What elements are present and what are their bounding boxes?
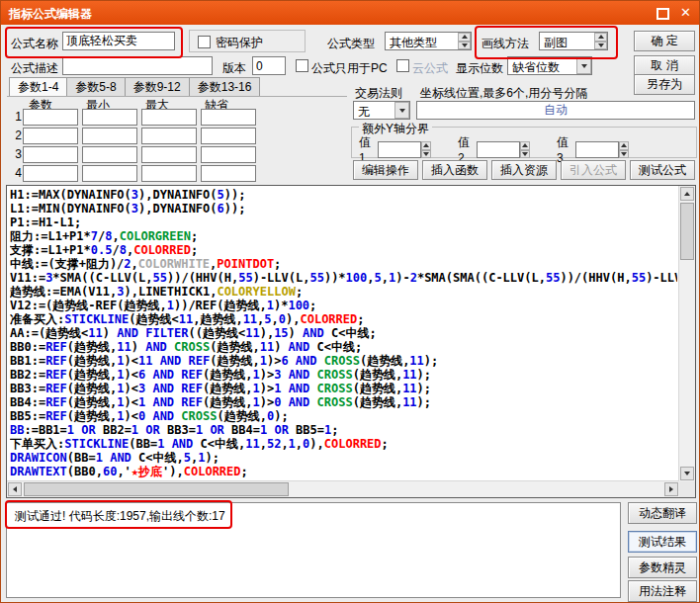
title-bar: 指标公式编辑器 ✕ <box>1 1 699 25</box>
version-input[interactable] <box>252 56 286 75</box>
yaxis-value-input-2[interactable] <box>477 141 520 158</box>
test-result-text: 测试通过! 代码长度:1957,输出线个数:17 <box>15 508 225 525</box>
formula-name-input[interactable] <box>62 32 175 50</box>
param-input-r4c4[interactable] <box>201 165 256 182</box>
action-button-4: 引入公式 <box>561 160 626 180</box>
tab-params-3[interactable]: 参数9-12 <box>125 77 190 97</box>
coord-position-input[interactable] <box>416 101 695 120</box>
side-button-3[interactable]: 参数精灵 <box>628 557 697 578</box>
action-button-5[interactable]: 测试公式 <box>630 160 695 180</box>
formula-desc-input[interactable] <box>62 56 213 75</box>
scrollbar-corner <box>679 481 695 497</box>
code-line: V11:=3*SMA((C-LLV(L,55))/(HHV(H,55)-LLV(… <box>10 271 677 285</box>
draw-method-select[interactable]: 副图 <box>539 32 608 50</box>
param-input-r1c2[interactable] <box>82 109 137 126</box>
code-line: BB5:=REF(趋势线,1)<0 AND CROSS(趋势线,0); <box>10 409 677 423</box>
side-button-1[interactable]: 动态翻译 <box>628 502 697 524</box>
code-line: 阻力:=L1+P1*7/8,COLORGREEN; <box>10 229 677 243</box>
formula-type-label: 公式类型 <box>327 36 375 52</box>
password-checkbox[interactable] <box>198 36 211 48</box>
vertical-scroll-thumb[interactable] <box>680 203 694 260</box>
ok-button[interactable]: 确 定 <box>634 31 695 51</box>
param-input-r4c1[interactable] <box>23 165 78 182</box>
digits-select[interactable]: 缺省位数 <box>507 56 592 75</box>
code-line: P1:=H1-L1; <box>10 215 677 229</box>
param-input-r3c1[interactable] <box>23 146 78 163</box>
side-button-2[interactable]: 测试结果 <box>628 531 697 553</box>
formula-editor-window: 指标公式编辑器 ✕ 公式名称 密码保护 公式类型 其他类型 画线方法 副图 确 … <box>0 0 700 603</box>
action-button-1[interactable]: 编辑操作 <box>353 160 418 180</box>
code-line: BB4:=REF(趋势线,1)<1 AND REF(趋势线,1)>0 AND C… <box>10 395 677 409</box>
trade-rule-select[interactable]: 无 <box>353 101 410 120</box>
code-line: BB:=BB1=1 OR BB2=1 OR BB3=1 OR BB4=1 OR … <box>10 423 677 437</box>
action-button-3[interactable]: 插入资源 <box>491 160 557 180</box>
param-input-r1c1[interactable] <box>23 109 78 126</box>
tab-params-2[interactable]: 参数5-8 <box>66 77 125 97</box>
password-groupframe: 密码保护 <box>189 30 306 52</box>
code-editor[interactable]: H1:=MAX(DYNAINFO(3),DYNAINFO(5));L1:=MIN… <box>6 185 696 498</box>
maximize-icon[interactable] <box>656 8 669 20</box>
param-input-r2c2[interactable] <box>82 128 137 144</box>
scroll-up-icon[interactable] <box>680 187 694 201</box>
param-row-number: 1 <box>12 110 22 124</box>
side-button-4[interactable]: 用法注释 <box>628 580 697 602</box>
code-content[interactable]: H1:=MAX(DYNAINFO(3),DYNAINFO(5));L1:=MIN… <box>10 188 677 479</box>
param-input-r1c3[interactable] <box>141 109 197 126</box>
action-button-2[interactable]: 插入函数 <box>422 160 487 180</box>
horizontal-scrollbar[interactable] <box>7 480 679 497</box>
param-input-r3c4[interactable] <box>201 146 256 163</box>
chevron-down-icon[interactable] <box>576 57 591 74</box>
spinner-arrows-icon[interactable] <box>619 141 629 158</box>
cancel-button[interactable]: 取 消 <box>634 55 695 76</box>
param-input-r3c3[interactable] <box>141 146 197 163</box>
code-line: BB3:=REF(趋势线,1)<3 AND REF(趋势线,1)>1 AND C… <box>10 382 677 395</box>
formula-name-label: 公式名称 <box>11 36 58 52</box>
version-label: 版本 <box>222 60 246 77</box>
spinner-arrows-icon[interactable] <box>594 33 607 49</box>
tab-params-1[interactable]: 参数1-4 <box>9 77 67 97</box>
scroll-left-icon[interactable] <box>8 482 22 496</box>
formula-type-select[interactable]: 其他类型 <box>385 32 472 50</box>
code-line: 中线:=(支撑+阻力)/2,COLORWHITE,POINTDOT; <box>10 257 677 271</box>
formula-desc-label: 公式描述 <box>11 60 58 77</box>
spinner-arrows-icon[interactable] <box>458 33 471 49</box>
status-panel: 测试通过! 代码长度:1957,输出线个数:17 <box>6 502 621 598</box>
param-input-r1c4[interactable] <box>201 109 256 126</box>
save-as-button[interactable]: 另存为 <box>634 74 695 95</box>
param-input-r4c3[interactable] <box>141 165 197 182</box>
code-line: 下单买入:STICKLINE(BB=1 AND C<中线,11,52,1,0),… <box>10 437 677 451</box>
code-line: 准备买入:STICKLINE(趋势线<11,趋势线,11,5,0),COLORR… <box>10 312 677 326</box>
pc-only-label: 公式只用于PC <box>311 60 388 77</box>
scroll-down-icon[interactable] <box>680 467 694 480</box>
formula-type-value: 其他类型 <box>390 35 437 51</box>
vertical-scrollbar[interactable] <box>678 186 695 481</box>
param-input-r2c1[interactable] <box>23 128 78 144</box>
param-input-r2c4[interactable] <box>201 128 256 144</box>
horizontal-scroll-thumb[interactable] <box>24 482 289 496</box>
spinner-arrows-icon[interactable] <box>520 141 530 158</box>
yaxis-value-input-3[interactable] <box>575 141 619 158</box>
trade-rule-value: 无 <box>358 104 370 121</box>
param-input-r4c2[interactable] <box>82 165 137 182</box>
close-icon[interactable]: ✕ <box>680 5 691 20</box>
spinner-arrows-icon[interactable] <box>421 141 431 158</box>
digits-label: 显示位数 <box>456 60 503 77</box>
param-input-r2c3[interactable] <box>141 128 197 144</box>
coord-position-label: 坐标线位置,最多6个,用分号分隔 <box>420 85 587 102</box>
code-line: BB1:=REF(趋势线,1)<11 AND REF(趋势线,1)>6 AND … <box>10 354 677 368</box>
code-line: BB2:=REF(趋势线,1)<6 AND REF(趋势线,1)>3 AND C… <box>10 368 677 382</box>
tab-params-4[interactable]: 参数13-16 <box>189 77 261 97</box>
scroll-right-icon[interactable] <box>664 482 678 496</box>
code-line: H1:=MAX(DYNAINFO(3),DYNAINFO(5)); <box>10 188 677 202</box>
trade-rule-label: 交易法则 <box>355 85 402 102</box>
cloud-formula-checkbox[interactable] <box>396 59 409 72</box>
chevron-down-icon[interactable] <box>394 102 409 119</box>
yaxis-value-input-1[interactable] <box>378 141 421 158</box>
tab-underline <box>7 96 347 97</box>
pc-only-checkbox[interactable] <box>296 59 308 72</box>
code-line: V12:=(趋势线-REF(趋势线,1))/REF(趋势线,1)*100; <box>10 299 677 312</box>
code-line: BB0:=REF(趋势线,11) AND CROSS(趋势线,11) AND C… <box>10 340 677 354</box>
code-line: AA:=(趋势线<11) AND FILTER((趋势线<11),15) AND… <box>10 326 677 340</box>
password-label: 密码保护 <box>216 35 263 51</box>
param-input-r3c2[interactable] <box>82 146 137 163</box>
